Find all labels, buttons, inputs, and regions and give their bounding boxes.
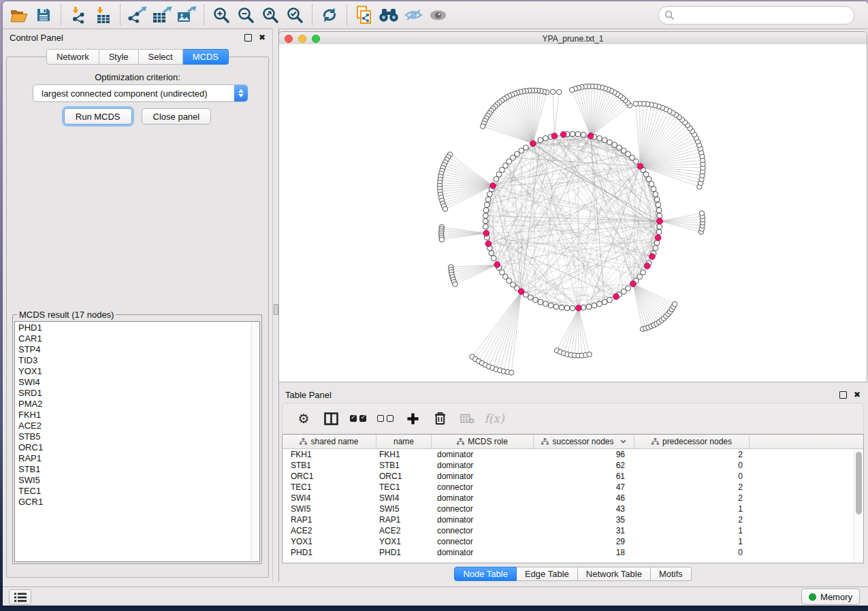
table-row[interactable]: SWI4SWI4dominator462 (283, 493, 863, 503)
open-network-document-button[interactable] (352, 4, 376, 26)
import-network-button[interactable] (66, 4, 91, 26)
column-label: successor nodes (552, 437, 613, 446)
column-header-predecessor-nodes[interactable]: predecessor nodes (634, 435, 750, 448)
result-node-item[interactable]: CAR1 (18, 333, 259, 344)
mcds-hub-node[interactable] (560, 131, 566, 137)
close-table-panel-button[interactable]: ✖ (854, 391, 861, 399)
close-mcds-panel-button[interactable]: Close panel (142, 108, 212, 125)
mcds-hub-node[interactable] (485, 241, 492, 247)
mcds-hub-node[interactable] (494, 262, 500, 268)
tab-select[interactable]: Select (139, 49, 183, 65)
mcds-hub-node[interactable] (630, 281, 637, 287)
mcds-hub-node[interactable] (649, 254, 656, 260)
delete-column-button[interactable] (428, 407, 451, 430)
result-node-item[interactable]: SRD1 (18, 388, 259, 399)
mcds-hub-node[interactable] (657, 218, 663, 225)
apply-layout-button[interactable] (317, 4, 342, 26)
mcds-hub-node[interactable] (530, 141, 536, 147)
column-settings-button[interactable]: ⚙ (292, 407, 315, 430)
result-node-item[interactable]: SWI5 (18, 475, 259, 486)
export-image-button[interactable] (174, 4, 199, 26)
column-header-shared-name[interactable]: shared name (283, 435, 376, 448)
table-row[interactable]: RAP1RAP1dominator352 (283, 514, 863, 525)
column-header-MCDS-role[interactable]: MCDS role (432, 435, 534, 448)
deselect-all-button[interactable] (374, 407, 397, 430)
mcds-hub-node[interactable] (637, 163, 643, 169)
table-row[interactable]: STB1STB1dominator620 (283, 460, 863, 471)
table-scrollbar-thumb[interactable] (856, 452, 862, 514)
result-node-item[interactable]: RAP1 (18, 453, 259, 464)
show-column-button[interactable] (319, 407, 342, 430)
select-all-button[interactable] (347, 407, 370, 430)
mcds-hub-node[interactable] (518, 288, 524, 295)
tab-node-table[interactable]: Node Table (454, 567, 517, 581)
tab-motifs[interactable]: Motifs (651, 567, 692, 581)
result-list-scrollbar[interactable] (251, 322, 259, 561)
show-panels-button[interactable] (9, 589, 31, 605)
mcds-hub-node[interactable] (613, 294, 620, 300)
tab-edge-table[interactable]: Edge Table (517, 567, 578, 581)
network-canvas[interactable] (278, 44, 867, 382)
import-table-button[interactable] (91, 4, 115, 26)
result-node-item[interactable]: YOX1 (18, 366, 259, 377)
result-node-item[interactable]: FKH1 (18, 410, 259, 420)
result-node-item[interactable]: STB5 (18, 431, 259, 442)
tab-network[interactable]: Network (46, 49, 99, 65)
function-builder-button[interactable]: f(x) (483, 407, 506, 430)
mcds-hub-node[interactable] (490, 183, 496, 189)
table-row[interactable]: YOX1YOX1connector291 (283, 536, 863, 547)
network-graph[interactable] (279, 44, 868, 382)
result-node-item[interactable]: TID3 (18, 355, 259, 366)
hide-selected-button[interactable] (401, 4, 425, 26)
mcds-hub-node[interactable] (576, 305, 582, 311)
tab-network-table[interactable]: Network Table (578, 567, 651, 581)
tab-mcds[interactable]: MCDS (183, 49, 229, 65)
table-scrollbar[interactable] (854, 449, 863, 563)
zoom-fit-button[interactable] (258, 4, 283, 26)
zoom-fit-icon (261, 6, 279, 24)
table-row[interactable]: FKH1FKH1dominator962 (283, 449, 863, 460)
result-node-item[interactable]: SWI4 (18, 377, 259, 388)
optimization-criterion-select[interactable]: largest connected component (undirected) (33, 84, 248, 102)
add-column-button[interactable] (401, 407, 424, 430)
column-label: name (393, 437, 414, 446)
export-network-button[interactable] (125, 4, 150, 26)
run-mcds-button[interactable]: Run MCDS (64, 108, 132, 125)
open-file-button[interactable] (7, 4, 31, 26)
table-row[interactable]: ORC1ORC1dominator610 (283, 471, 863, 482)
result-node-item[interactable]: STB1 (18, 464, 259, 475)
result-node-item[interactable]: ACE2 (18, 420, 259, 431)
table-row[interactable]: ACE2ACE2connector311 (283, 525, 863, 536)
delete-table-button[interactable] (455, 407, 479, 430)
result-node-item[interactable]: ORC1 (18, 442, 259, 453)
first-neighbors-button[interactable] (376, 4, 401, 26)
column-header-name[interactable]: name (376, 435, 432, 448)
save-session-button[interactable] (31, 4, 56, 26)
tab-style[interactable]: Style (99, 49, 139, 65)
float-table-panel-button[interactable] (839, 391, 847, 399)
search-input[interactable] (677, 10, 848, 21)
close-panel-button[interactable]: ✖ (259, 33, 266, 42)
zoom-in-button[interactable] (209, 4, 234, 26)
table-row[interactable]: PHD1PHD1dominator180 (283, 547, 863, 558)
zoom-selected-button[interactable] (283, 4, 307, 26)
column-header-successor-nodes[interactable]: successor nodes (534, 435, 634, 448)
table-row[interactable]: SWI5SWI5connector431 (283, 503, 863, 514)
result-node-item[interactable]: GCR1 (18, 497, 259, 508)
export-table-icon (152, 6, 172, 24)
result-node-item[interactable]: STP4 (18, 344, 259, 355)
mcds-hub-node[interactable] (483, 231, 489, 237)
table-row[interactable]: TEC1TEC1connector472 (283, 482, 863, 493)
zoom-out-button[interactable] (234, 4, 258, 26)
result-node-item[interactable]: PMA2 (18, 399, 259, 410)
show-all-button[interactable] (425, 4, 450, 26)
mcds-hub-node[interactable] (551, 133, 558, 139)
result-node-item[interactable]: PHD1 (18, 323, 259, 333)
mcds-hub-node[interactable] (588, 133, 594, 139)
export-table-button[interactable] (150, 4, 174, 26)
memory-button[interactable]: Memory (801, 589, 860, 605)
mcds-hub-node[interactable] (655, 235, 661, 241)
mcds-hub-node[interactable] (644, 263, 650, 269)
result-node-item[interactable]: TEC1 (18, 486, 259, 497)
float-panel-button[interactable] (244, 34, 252, 42)
